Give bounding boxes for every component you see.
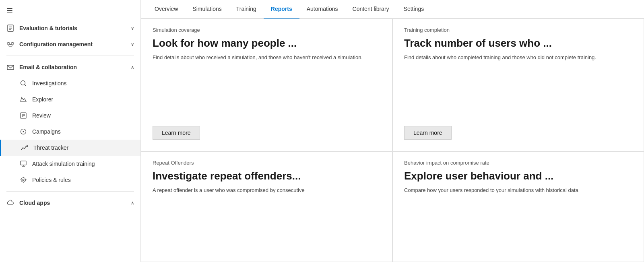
tab-training[interactable]: Training — [229, 0, 264, 19]
sidebar-item-threat-tracker[interactable]: Threat tracker — [0, 140, 140, 156]
svg-point-11 — [21, 81, 25, 85]
sidebar-item-email-collaboration[interactable]: Email & collaboration ∧ — [0, 59, 140, 75]
email-icon — [6, 63, 14, 71]
sidebar-item-configuration-management[interactable]: Configuration management ∨ — [0, 36, 140, 52]
card-simulation-desc: Find details about who received a simula… — [153, 54, 381, 62]
cards-grid: Simulation coverage Look for how many pe… — [141, 19, 644, 262]
card-behavior-desc: Compare how your users responded to your… — [404, 186, 632, 194]
cloud-icon — [6, 199, 14, 207]
sidebar: ☰ Evaluation & tutorials ∨ Configuration… — [0, 0, 141, 262]
card-offenders-desc: A repeat offender is a user who was comp… — [153, 186, 381, 194]
tab-overview[interactable]: Overview — [147, 0, 185, 19]
sidebar-item-cloud-apps[interactable]: Cloud apps ∧ — [0, 195, 140, 211]
card-training-label: Training completion — [404, 27, 632, 33]
hamburger-icon: ☰ — [6, 6, 13, 15]
card-training-desc: Find details about who completed trainin… — [404, 54, 632, 62]
card-simulation-label: Simulation coverage — [153, 27, 381, 33]
learn-more-training-button[interactable]: Learn more — [404, 126, 452, 140]
policies-icon — [19, 176, 27, 184]
svg-rect-5 — [11, 43, 14, 44]
card-simulation-coverage: Simulation coverage Look for how many pe… — [141, 19, 392, 151]
attack-simulation-label: Attack simulation training — [32, 161, 134, 167]
card-behavior-label: Behavior impact on compromise rate — [404, 160, 632, 166]
sidebar-item-investigations[interactable]: Investigations — [0, 75, 140, 91]
svg-line-12 — [25, 85, 27, 87]
evaluation-icon — [6, 24, 14, 32]
tabs-bar: Overview Simulations Training Reports Au… — [141, 0, 644, 19]
svg-point-22 — [21, 178, 26, 182]
sidebar-item-attack-simulation[interactable]: Attack simulation training — [0, 156, 140, 172]
email-collab-label: Email & collaboration — [19, 64, 77, 70]
sidebar-item-campaigns[interactable]: Campaigns — [0, 124, 140, 140]
config-chevron: ∨ — [131, 42, 134, 47]
campaigns-label: Campaigns — [32, 128, 134, 135]
tab-automations[interactable]: Automations — [299, 0, 345, 19]
tab-settings[interactable]: Settings — [396, 0, 431, 19]
learn-more-simulation-button[interactable]: Learn more — [153, 126, 200, 140]
evaluation-chevron: ∨ — [131, 26, 134, 31]
threat-tracker-label: Threat tracker — [33, 144, 134, 151]
sidebar-item-review[interactable]: Review — [0, 107, 140, 124]
card-behavior-impact: Behavior impact on compromise rate Explo… — [392, 151, 644, 262]
divider-2 — [6, 191, 134, 192]
threat-tracker-icon — [21, 144, 29, 152]
card-offenders-title: Investigate repeat offenders... — [153, 170, 381, 182]
investigations-label: Investigations — [32, 80, 134, 87]
policies-label: Policies & rules — [32, 177, 134, 183]
review-label: Review — [32, 112, 134, 119]
tab-simulations[interactable]: Simulations — [185, 0, 229, 19]
card-training-title: Track number of users who ... — [404, 37, 632, 50]
svg-rect-6 — [9, 45, 12, 46]
tab-reports[interactable]: Reports — [264, 0, 299, 19]
explorer-label: Explorer — [32, 96, 134, 103]
config-icon — [6, 40, 14, 48]
card-behavior-title: Explore user behaviour and ... — [404, 170, 632, 182]
card-offenders-label: Repeat Offenders — [153, 160, 381, 166]
campaigns-icon — [19, 128, 27, 136]
card-simulation-title: Look for how many people ... — [153, 37, 381, 50]
tab-content-library[interactable]: Content library — [345, 0, 396, 19]
divider-1 — [6, 56, 134, 56]
sidebar-item-policies-rules[interactable]: Policies & rules — [0, 172, 140, 188]
cloud-apps-label: Cloud apps — [19, 200, 50, 206]
main-content: Overview Simulations Training Reports Au… — [141, 0, 644, 262]
card-training-completion: Training completion Track number of user… — [392, 19, 644, 151]
attack-sim-icon — [19, 160, 27, 168]
email-chevron: ∧ — [131, 65, 134, 70]
sidebar-item-evaluation-tutorials[interactable]: Evaluation & tutorials ∨ — [0, 20, 140, 36]
svg-point-18 — [23, 131, 24, 132]
card-repeat-offenders: Repeat Offenders Investigate repeat offe… — [141, 151, 392, 262]
review-icon — [19, 111, 27, 120]
hamburger-button[interactable]: ☰ — [0, 2, 140, 20]
svg-point-23 — [23, 179, 24, 181]
cloud-chevron: ∧ — [131, 200, 134, 206]
sidebar-item-explorer[interactable]: Explorer — [0, 91, 140, 107]
svg-rect-19 — [21, 161, 26, 165]
explorer-icon — [19, 95, 27, 103]
config-label: Configuration management — [19, 41, 93, 47]
investigations-icon — [19, 79, 27, 87]
svg-rect-4 — [7, 43, 10, 44]
evaluation-label: Evaluation & tutorials — [19, 25, 77, 31]
